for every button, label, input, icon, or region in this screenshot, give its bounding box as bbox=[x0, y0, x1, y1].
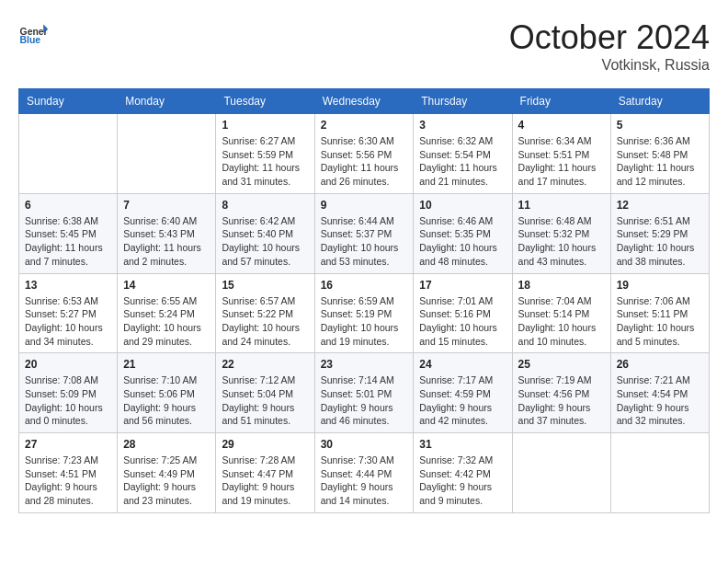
calendar-cell: 3Sunrise: 6:32 AMSunset: 5:54 PMDaylight… bbox=[414, 114, 512, 194]
day-number: 17 bbox=[419, 279, 506, 292]
day-number: 27 bbox=[25, 438, 111, 451]
calendar-cell: 8Sunrise: 6:42 AMSunset: 5:40 PMDaylight… bbox=[216, 193, 314, 273]
calendar-cell: 26Sunrise: 7:21 AMSunset: 4:54 PMDayligh… bbox=[610, 353, 709, 433]
calendar-cell: 12Sunrise: 6:51 AMSunset: 5:29 PMDayligh… bbox=[610, 193, 709, 273]
calendar-cell: 21Sunrise: 7:10 AMSunset: 5:06 PMDayligh… bbox=[118, 353, 216, 433]
day-info: Sunrise: 7:25 AMSunset: 4:49 PMDaylight:… bbox=[123, 454, 210, 508]
day-number: 13 bbox=[25, 279, 111, 292]
calendar-cell: 16Sunrise: 6:59 AMSunset: 5:19 PMDayligh… bbox=[314, 273, 414, 353]
day-info: Sunrise: 6:38 AMSunset: 5:45 PMDaylight:… bbox=[25, 214, 111, 269]
page-header: General Blue October 2024 Votkinsk, Russ… bbox=[18, 18, 710, 74]
calendar-cell: 28Sunrise: 7:25 AMSunset: 4:49 PMDayligh… bbox=[118, 433, 216, 513]
day-number: 7 bbox=[123, 199, 210, 212]
day-info: Sunrise: 6:48 AMSunset: 5:32 PMDaylight:… bbox=[518, 214, 605, 269]
day-number: 9 bbox=[321, 199, 408, 212]
calendar-cell: 24Sunrise: 7:17 AMSunset: 4:59 PMDayligh… bbox=[414, 353, 512, 433]
calendar-cell: 23Sunrise: 7:14 AMSunset: 5:01 PMDayligh… bbox=[314, 353, 414, 433]
location: Votkinsk, Russia bbox=[509, 57, 710, 74]
day-number: 20 bbox=[25, 358, 111, 371]
day-number: 22 bbox=[222, 358, 308, 371]
day-info: Sunrise: 6:46 AMSunset: 5:35 PMDaylight:… bbox=[419, 214, 506, 269]
day-info: Sunrise: 6:32 AMSunset: 5:54 PMDaylight:… bbox=[419, 134, 506, 189]
logo-icon: General Blue bbox=[18, 18, 48, 48]
title-section: October 2024 Votkinsk, Russia bbox=[509, 18, 710, 74]
weekday-header-saturday: Saturday bbox=[610, 89, 709, 114]
weekday-header-sunday: Sunday bbox=[19, 89, 118, 114]
day-info: Sunrise: 6:36 AMSunset: 5:48 PMDaylight:… bbox=[617, 134, 703, 189]
day-number: 16 bbox=[321, 279, 408, 292]
calendar-cell: 22Sunrise: 7:12 AMSunset: 5:04 PMDayligh… bbox=[216, 353, 314, 433]
day-number: 29 bbox=[222, 438, 308, 451]
day-number: 1 bbox=[222, 119, 308, 132]
weekday-header-row: SundayMondayTuesdayWednesdayThursdayFrid… bbox=[19, 89, 710, 114]
day-info: Sunrise: 6:57 AMSunset: 5:22 PMDaylight:… bbox=[222, 294, 308, 349]
weekday-header-tuesday: Tuesday bbox=[216, 89, 314, 114]
day-info: Sunrise: 7:19 AMSunset: 4:56 PMDaylight:… bbox=[518, 373, 605, 428]
day-number: 31 bbox=[419, 438, 506, 451]
day-number: 14 bbox=[123, 279, 210, 292]
day-info: Sunrise: 6:51 AMSunset: 5:29 PMDaylight:… bbox=[617, 214, 703, 269]
day-number: 21 bbox=[123, 358, 210, 371]
day-number: 26 bbox=[617, 358, 703, 371]
day-info: Sunrise: 7:23 AMSunset: 4:51 PMDaylight:… bbox=[25, 454, 111, 508]
calendar-cell: 20Sunrise: 7:08 AMSunset: 5:09 PMDayligh… bbox=[19, 353, 118, 433]
day-number: 2 bbox=[321, 119, 408, 132]
month-title: October 2024 bbox=[509, 18, 710, 57]
day-info: Sunrise: 6:55 AMSunset: 5:24 PMDaylight:… bbox=[123, 294, 210, 349]
day-info: Sunrise: 7:28 AMSunset: 4:47 PMDaylight:… bbox=[222, 454, 308, 508]
day-number: 23 bbox=[321, 358, 408, 371]
calendar-cell: 13Sunrise: 6:53 AMSunset: 5:27 PMDayligh… bbox=[19, 273, 118, 353]
calendar-cell: 11Sunrise: 6:48 AMSunset: 5:32 PMDayligh… bbox=[512, 193, 610, 273]
calendar-cell: 9Sunrise: 6:44 AMSunset: 5:37 PMDaylight… bbox=[314, 193, 414, 273]
calendar-cell: 15Sunrise: 6:57 AMSunset: 5:22 PMDayligh… bbox=[216, 273, 314, 353]
calendar-cell: 6Sunrise: 6:38 AMSunset: 5:45 PMDaylight… bbox=[19, 193, 118, 273]
day-info: Sunrise: 7:14 AMSunset: 5:01 PMDaylight:… bbox=[321, 373, 408, 428]
day-number: 5 bbox=[617, 119, 703, 132]
calendar-cell bbox=[610, 433, 709, 513]
calendar-cell: 5Sunrise: 6:36 AMSunset: 5:48 PMDaylight… bbox=[610, 114, 709, 194]
day-info: Sunrise: 6:59 AMSunset: 5:19 PMDaylight:… bbox=[321, 294, 408, 349]
calendar-cell: 30Sunrise: 7:30 AMSunset: 4:44 PMDayligh… bbox=[314, 433, 414, 513]
calendar-cell: 29Sunrise: 7:28 AMSunset: 4:47 PMDayligh… bbox=[216, 433, 314, 513]
logo: General Blue bbox=[18, 18, 48, 48]
day-info: Sunrise: 7:32 AMSunset: 4:42 PMDaylight:… bbox=[419, 454, 506, 508]
day-number: 19 bbox=[617, 279, 703, 292]
calendar-cell: 4Sunrise: 6:34 AMSunset: 5:51 PMDaylight… bbox=[512, 114, 610, 194]
calendar-cell: 27Sunrise: 7:23 AMSunset: 4:51 PMDayligh… bbox=[19, 433, 118, 513]
weekday-header-wednesday: Wednesday bbox=[314, 89, 414, 114]
calendar-cell: 17Sunrise: 7:01 AMSunset: 5:16 PMDayligh… bbox=[414, 273, 512, 353]
day-info: Sunrise: 7:17 AMSunset: 4:59 PMDaylight:… bbox=[419, 373, 506, 428]
day-info: Sunrise: 6:40 AMSunset: 5:43 PMDaylight:… bbox=[123, 214, 210, 269]
day-info: Sunrise: 6:44 AMSunset: 5:37 PMDaylight:… bbox=[321, 214, 408, 269]
calendar-cell: 18Sunrise: 7:04 AMSunset: 5:14 PMDayligh… bbox=[512, 273, 610, 353]
day-number: 28 bbox=[123, 438, 210, 451]
day-info: Sunrise: 6:30 AMSunset: 5:56 PMDaylight:… bbox=[321, 134, 408, 189]
calendar-cell: 25Sunrise: 7:19 AMSunset: 4:56 PMDayligh… bbox=[512, 353, 610, 433]
day-info: Sunrise: 7:30 AMSunset: 4:44 PMDaylight:… bbox=[321, 454, 408, 508]
day-info: Sunrise: 6:53 AMSunset: 5:27 PMDaylight:… bbox=[25, 294, 111, 349]
day-info: Sunrise: 7:12 AMSunset: 5:04 PMDaylight:… bbox=[222, 373, 308, 428]
day-info: Sunrise: 7:06 AMSunset: 5:11 PMDaylight:… bbox=[617, 294, 703, 349]
day-number: 6 bbox=[25, 199, 111, 212]
calendar-cell: 31Sunrise: 7:32 AMSunset: 4:42 PMDayligh… bbox=[414, 433, 512, 513]
calendar-cell: 19Sunrise: 7:06 AMSunset: 5:11 PMDayligh… bbox=[610, 273, 709, 353]
day-number: 3 bbox=[419, 119, 506, 132]
day-info: Sunrise: 7:01 AMSunset: 5:16 PMDaylight:… bbox=[419, 294, 506, 349]
calendar-cell bbox=[19, 114, 118, 194]
day-number: 18 bbox=[518, 279, 605, 292]
day-info: Sunrise: 7:04 AMSunset: 5:14 PMDaylight:… bbox=[518, 294, 605, 349]
calendar-cell bbox=[512, 433, 610, 513]
calendar-table: SundayMondayTuesdayWednesdayThursdayFrid… bbox=[18, 88, 710, 513]
calendar-cell: 14Sunrise: 6:55 AMSunset: 5:24 PMDayligh… bbox=[118, 273, 216, 353]
calendar-week-row: 1Sunrise: 6:27 AMSunset: 5:59 PMDaylight… bbox=[19, 114, 710, 194]
weekday-header-friday: Friday bbox=[512, 89, 610, 114]
day-info: Sunrise: 6:34 AMSunset: 5:51 PMDaylight:… bbox=[518, 134, 605, 189]
day-number: 30 bbox=[321, 438, 408, 451]
calendar-cell: 10Sunrise: 6:46 AMSunset: 5:35 PMDayligh… bbox=[414, 193, 512, 273]
calendar-cell: 7Sunrise: 6:40 AMSunset: 5:43 PMDaylight… bbox=[118, 193, 216, 273]
weekday-header-thursday: Thursday bbox=[414, 89, 512, 114]
day-number: 12 bbox=[617, 199, 703, 212]
calendar-week-row: 20Sunrise: 7:08 AMSunset: 5:09 PMDayligh… bbox=[19, 353, 710, 433]
day-number: 10 bbox=[419, 199, 506, 212]
day-number: 24 bbox=[419, 358, 506, 371]
